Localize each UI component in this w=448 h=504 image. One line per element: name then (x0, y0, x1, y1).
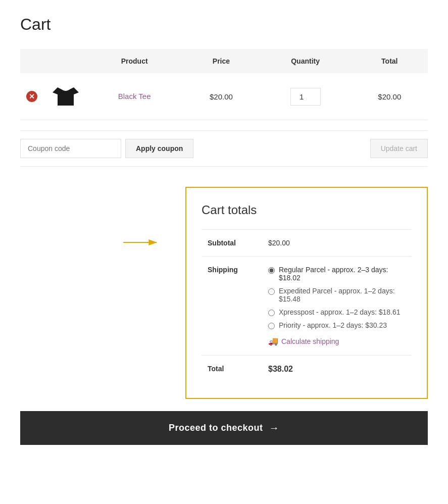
proceed-to-checkout-button[interactable]: Proceed to checkout → (20, 411, 428, 445)
quantity-input[interactable] (290, 88, 321, 106)
shipping-label-expedited: Expedited Parcel - approx. 1–2 days: $15… (279, 287, 406, 303)
shipping-label: Shipping (202, 257, 262, 356)
col-price: Price (183, 49, 259, 73)
col-total: Total (352, 49, 428, 73)
coupon-row: Apply coupon Update cart (20, 130, 428, 167)
arrow-indicator (121, 232, 162, 253)
coupon-code-input[interactable] (20, 139, 121, 158)
product-total: $20.00 (352, 73, 428, 120)
shipping-option-regular: Regular Parcel - approx. 2–3 days: $18.0… (268, 266, 406, 282)
total-value: $38.02 (262, 356, 412, 383)
cart-totals-title: Cart totals (202, 203, 412, 217)
shipping-options: Regular Parcel - approx. 2–3 days: $18.0… (262, 257, 412, 356)
shipping-option-priority: Priority - approx. 1–2 days: $30.23 (268, 321, 406, 329)
totals-table: Subtotal $20.00 Shipping Regular Parcel … (202, 229, 412, 383)
shipping-radio-priority[interactable] (268, 323, 275, 329)
shipping-label-priority: Priority - approx. 1–2 days: $30.23 (279, 321, 387, 329)
tshirt-image (53, 83, 79, 110)
shipping-label-regular: Regular Parcel - approx. 2–3 days: $18.0… (279, 266, 406, 282)
cart-totals-wrapper: Cart totals Subtotal $20.00 Shipping Reg… (20, 187, 428, 399)
cart-totals-box: Cart totals Subtotal $20.00 Shipping Reg… (185, 187, 428, 399)
cart-table: Product Price Quantity Total ✕ (20, 49, 428, 120)
checkout-section: Proceed to checkout → (20, 411, 428, 445)
table-row: ✕ Black Tee $20.00 $20.00 (20, 73, 428, 120)
remove-icon: ✕ (26, 91, 37, 102)
shipping-radio-expedited[interactable] (268, 288, 275, 295)
update-cart-button[interactable]: Update cart (370, 139, 428, 158)
shipping-option-xpresspost: Xpresspost - approx. 1–2 days: $18.61 (268, 308, 406, 316)
shipping-radio-regular[interactable] (268, 267, 275, 274)
calculate-shipping-link[interactable]: 🚚 Calculate shipping (268, 336, 406, 346)
total-label: Total (202, 356, 262, 383)
product-thumbnail (52, 83, 80, 110)
arrow-icon (121, 232, 162, 253)
coupon-left: Apply coupon (20, 139, 193, 158)
calculate-shipping-text: Calculate shipping (281, 337, 339, 345)
col-product: Product (86, 49, 183, 73)
apply-coupon-button[interactable]: Apply coupon (125, 139, 193, 158)
product-price: $20.00 (183, 73, 259, 120)
col-quantity: Quantity (260, 49, 352, 73)
page-title: Cart (20, 15, 428, 34)
col-remove (20, 49, 45, 73)
truck-icon: 🚚 (268, 336, 278, 346)
col-image (45, 49, 86, 73)
product-name-link[interactable]: Black Tee (118, 92, 151, 100)
checkout-arrow-icon: → (269, 422, 280, 434)
checkout-button-label: Proceed to checkout (169, 423, 263, 433)
remove-item-button[interactable]: ✕ (26, 91, 37, 102)
subtotal-label: Subtotal (202, 230, 262, 257)
subtotal-value: $20.00 (262, 230, 412, 257)
shipping-label-xpresspost: Xpresspost - approx. 1–2 days: $18.61 (279, 308, 400, 316)
shipping-option-expedited: Expedited Parcel - approx. 1–2 days: $15… (268, 287, 406, 303)
shipping-radio-xpresspost[interactable] (268, 310, 275, 316)
